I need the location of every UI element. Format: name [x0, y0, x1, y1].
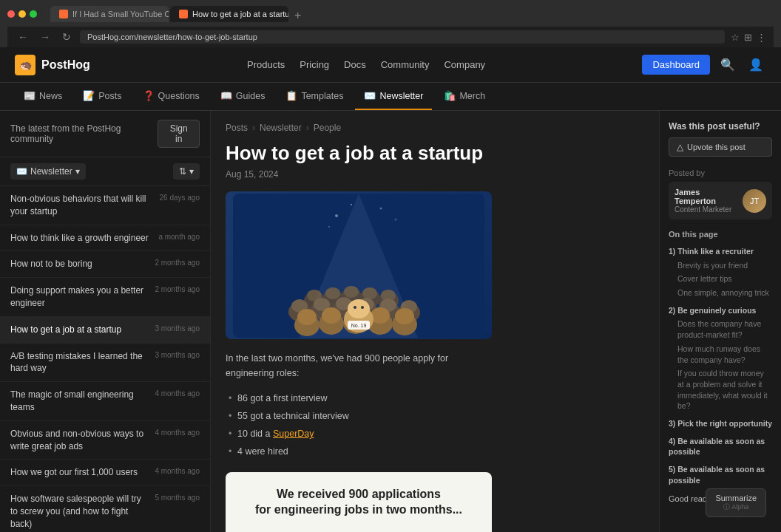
nav-company[interactable]: Company	[444, 56, 485, 73]
toc-item-10[interactable]: 5) Be available as soon as possible	[669, 463, 772, 487]
breadcrumb-posts[interactable]: Posts	[226, 123, 248, 133]
toc-item-1[interactable]: Brevity is your friend	[669, 259, 772, 273]
sidebar-item-4[interactable]: How to get a job at a startup 3 months a…	[0, 317, 210, 344]
superday-link[interactable]: SuperDay	[273, 429, 314, 439]
sidebar-item-9[interactable]: How software salespeople will try to scr…	[0, 486, 210, 532]
user-button[interactable]: 👤	[746, 55, 766, 75]
reload-button[interactable]: ↻	[59, 30, 74, 44]
sidebar-item-time-6: 4 months ago	[155, 389, 200, 398]
forward-button[interactable]: →	[37, 30, 53, 44]
toc-item-4[interactable]: 2) Be genuinely curious	[669, 304, 772, 318]
sidebar-item-title-1: How to think like a growth engineer	[10, 232, 152, 245]
extensions-icon[interactable]: ⊞	[744, 32, 752, 43]
tab-favicon-2	[179, 10, 188, 18]
browser-tab-1[interactable]: If I Had a Small YouTube Ch... ✕	[50, 6, 169, 22]
sort-dropdown[interactable]: ⇅ ▾	[173, 163, 200, 180]
tab-label-2: How to get a job at a startup...	[192, 10, 288, 18]
svg-point-9	[362, 287, 377, 299]
sidebar-item-title-8: How we got our first 1,000 users	[10, 466, 149, 479]
sidebar-item-8[interactable]: How we got our first 1,000 users 4 month…	[0, 460, 210, 486]
subnav-posts[interactable]: 📝 Posts	[74, 83, 130, 110]
sidebar-item-0[interactable]: Non-obvious behaviors that will kill you…	[0, 186, 210, 225]
subnav-templates[interactable]: 📋 Templates	[277, 83, 352, 110]
filter-label: Newsletter	[30, 166, 72, 177]
posted-by-label: Posted by	[669, 168, 772, 177]
toc-item-6[interactable]: How much runway does the company have?	[669, 342, 772, 366]
sign-in-button[interactable]: Sign in	[158, 120, 200, 148]
dashboard-button[interactable]: Dashboard	[642, 55, 710, 75]
subnav-guides[interactable]: 📖 Guides	[212, 83, 274, 110]
toc-item-0[interactable]: 1) Think like a recruiter	[669, 245, 772, 259]
sidebar-item-3[interactable]: Doing support makes you a better enginee…	[0, 278, 210, 317]
sidebar-item-title-6: The magic of small engineering teams	[10, 389, 149, 414]
subnav-news-label: News	[39, 91, 62, 101]
summarize-button[interactable]: Summarize ⓘ Alpha	[706, 488, 766, 517]
toc-item-5[interactable]: Does the company have product-market fit…	[669, 317, 772, 341]
close-button[interactable]	[7, 10, 15, 18]
subnav-questions[interactable]: ❓ Questions	[134, 83, 209, 110]
newsletter-icon-small: ✉️	[16, 166, 27, 177]
sidebar-header-text: The latest from the PostHog community	[10, 123, 158, 144]
subnav-merch-label: Merch	[459, 91, 485, 101]
sidebar-item-time-3: 2 months ago	[155, 285, 200, 293]
nav-docs[interactable]: Docs	[344, 56, 366, 73]
sidebar-item-time-1: a month ago	[158, 233, 200, 241]
body-layout: The latest from the PostHog community Si…	[0, 111, 781, 532]
svg-point-35	[348, 299, 370, 318]
on-page-section: On this page 1) Think like a recruiter B…	[669, 230, 772, 504]
traffic-lights	[7, 10, 37, 18]
sidebar-item-title-5: A/B testing mistakes I learned the hard …	[10, 350, 149, 375]
subnav-news[interactable]: 📰 News	[15, 83, 71, 110]
subnav-guides-label: Guides	[236, 91, 266, 101]
breadcrumb-newsletter[interactable]: Newsletter	[260, 123, 302, 133]
article-bullets: 86 got a first interview 55 got a techni…	[226, 389, 492, 460]
subnav-newsletter[interactable]: ✉️ Newsletter	[355, 83, 432, 110]
address-bar[interactable]: PostHog.com/newsletter/how-to-get-job-st…	[80, 30, 725, 44]
sidebar-item-title-4: How to get a job at a startup	[10, 324, 149, 336]
sidebar-item-2[interactable]: How not to be boring 2 months ago	[0, 251, 210, 278]
new-tab-button[interactable]: +	[290, 9, 305, 22]
upvote-button[interactable]: △ Upvote this post	[669, 137, 772, 157]
sidebar-item-6[interactable]: The magic of small engineering teams 4 m…	[0, 382, 210, 421]
toc-item-9[interactable]: 4) Be available as soon as possible	[669, 434, 772, 459]
bookmark-icon[interactable]: ☆	[731, 32, 740, 43]
bullet-2: 55 got a technical interview	[226, 407, 492, 425]
subnav-merch[interactable]: 🛍️ Merch	[435, 83, 494, 110]
minimize-button[interactable]	[18, 10, 26, 18]
sidebar-item-5[interactable]: A/B testing mistakes I learned the hard …	[0, 344, 210, 383]
fullscreen-button[interactable]	[30, 10, 37, 18]
article-hero-image: No. 19	[226, 191, 492, 339]
questions-icon: ❓	[143, 90, 155, 101]
nav-community[interactable]: Community	[381, 56, 430, 73]
svg-point-41	[380, 207, 382, 209]
toc-item-2[interactable]: Cover letter tips	[669, 272, 772, 286]
browser-tab-2[interactable]: How to get a job at a startup... ✕	[170, 6, 288, 22]
svg-point-44	[328, 226, 330, 228]
bullet-1: 86 got a first interview	[226, 389, 492, 407]
author-name: James Temperton	[674, 188, 737, 205]
sidebar-header: The latest from the PostHog community Si…	[0, 111, 210, 157]
sidebar-item-title-7: Obvious and non-obvious ways to write gr…	[10, 428, 149, 453]
sidebar-item-time-7: 4 months ago	[155, 429, 200, 437]
article-intro: In the last two months, we've had 900 pe…	[226, 351, 492, 381]
author-card: James Temperton Content Marketer JT	[669, 182, 772, 219]
logo[interactable]: 🦔 PostHog	[15, 55, 90, 75]
nav-products[interactable]: Products	[247, 56, 285, 73]
on-page-title: On this page	[669, 230, 772, 239]
toc-item-3[interactable]: One simple, annoying trick	[669, 286, 772, 300]
filter-dropdown[interactable]: ✉️ Newsletter ▾	[10, 163, 86, 180]
nav-pricing[interactable]: Pricing	[300, 56, 329, 73]
sidebar-item-1[interactable]: How to think like a growth engineer a mo…	[0, 225, 210, 252]
menu-icon[interactable]: ⋮	[757, 32, 766, 43]
toc-item-7[interactable]: If you could throw money at a problem an…	[669, 366, 772, 413]
browser-actions: ☆ ⊞ ⋮	[731, 32, 766, 43]
useful-section: Was this post useful? △ Upvote this post	[669, 121, 772, 157]
browser-tabs: If I Had a Small YouTube Ch... ✕ How to …	[50, 6, 305, 22]
toc-item-8[interactable]: 3) Pick the right opportunity	[669, 417, 772, 431]
subnav-posts-label: Posts	[98, 91, 121, 101]
back-button[interactable]: ←	[15, 30, 31, 44]
subnav-templates-label: Templates	[301, 91, 343, 101]
search-button[interactable]: 🔍	[717, 55, 738, 75]
sidebar-item-7[interactable]: Obvious and non-obvious ways to write gr…	[0, 421, 210, 460]
subnav-newsletter-label: Newsletter	[379, 91, 423, 101]
